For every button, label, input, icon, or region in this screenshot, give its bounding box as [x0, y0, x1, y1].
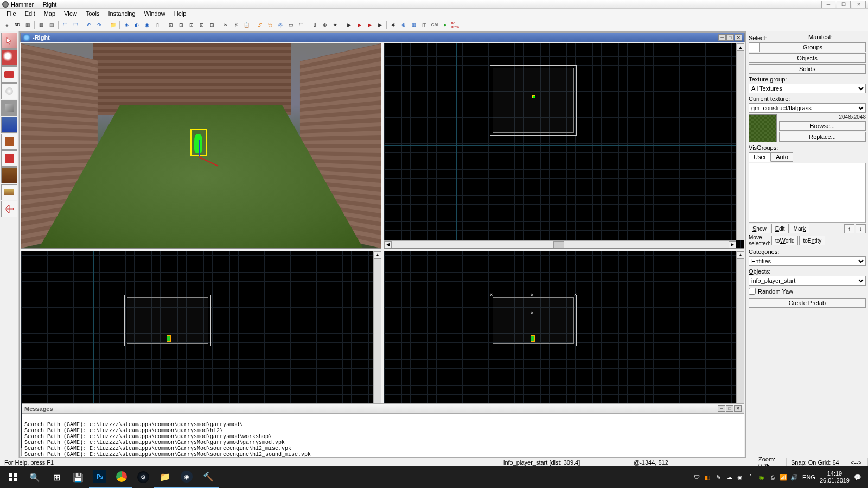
sphere-icon[interactable]: ⊕	[399, 20, 409, 30]
cordon-icon[interactable]: ⫻	[255, 20, 265, 30]
noclip2-icon[interactable]: ▶	[365, 20, 374, 30]
toggle-models-icon[interactable]: ▯	[152, 20, 162, 30]
taskbar-photoshop-icon[interactable]: Ps	[89, 466, 111, 488]
close-button[interactable]: ✕	[852, 1, 866, 8]
replace-button[interactable]: Replace...	[779, 132, 866, 142]
messages-close-icon[interactable]: ✕	[734, 405, 742, 412]
task-view-icon[interactable]: ⊞	[46, 466, 67, 488]
scrollbar-vertical[interactable]: ▲	[736, 43, 744, 240]
search-icon[interactable]: 🔍	[24, 466, 46, 488]
tray-steam-icon[interactable]: ◉	[736, 473, 744, 481]
apply-texture-tool-icon[interactable]	[1, 134, 17, 150]
scroll-up-icon[interactable]: ▲	[374, 251, 381, 259]
run-icon[interactable]: ✱	[388, 20, 398, 30]
decal-tool-icon[interactable]	[1, 150, 17, 167]
scroll-thumb[interactable]	[553, 241, 564, 248]
group-icon[interactable]: ⬚	[71, 20, 80, 30]
tray-clock[interactable]: 14:19 26.01.2019	[820, 470, 850, 484]
dotted3-icon[interactable]: ⊡	[187, 20, 196, 30]
viewport-close-icon[interactable]: ✕	[735, 34, 742, 41]
create-prefab-button[interactable]: Create Prefab	[749, 298, 866, 308]
relight-icon[interactable]: ◐	[132, 20, 142, 30]
select-blank[interactable]	[749, 42, 760, 52]
tray-nvidia-icon[interactable]: ◉	[758, 473, 765, 481]
viewport-top[interactable]: ▲ ◀ ▶	[384, 43, 744, 249]
categories-select[interactable]: Entities	[749, 256, 866, 266]
menu-map[interactable]: Map	[40, 9, 60, 18]
tray-network-icon[interactable]: ⎙	[769, 473, 776, 481]
tray-chevron-up-icon[interactable]: ˄	[747, 473, 755, 481]
tray-pen-icon[interactable]: ✎	[714, 473, 722, 481]
edit-button[interactable]: Edit	[771, 224, 789, 233]
taskbar-hammer-icon[interactable]: 🔨	[197, 466, 219, 488]
menu-edit[interactable]: Edit	[21, 9, 40, 18]
taskbar-chrome-icon[interactable]	[111, 466, 132, 488]
brush-fill[interactable]	[493, 68, 574, 133]
compile-icon[interactable]: ◉	[142, 20, 152, 30]
entity-marker[interactable]	[167, 335, 171, 342]
helper-icon[interactable]: ⊕	[320, 20, 330, 30]
start-button[interactable]	[2, 466, 24, 488]
move-up-button[interactable]: ↑	[844, 224, 854, 233]
particles-icon[interactable]: ●	[440, 20, 450, 30]
open-icon[interactable]: 📁	[108, 20, 118, 30]
taskbar-explorer-icon[interactable]: 📁	[154, 466, 176, 488]
portal-icon[interactable]: ◎	[276, 20, 285, 30]
nodraw-icon[interactable]: nodraw	[450, 20, 460, 30]
tray-cloud-icon[interactable]: ☁	[725, 473, 733, 481]
entity-tool-icon[interactable]	[1, 83, 17, 99]
texture-lock-icon[interactable]: 3D	[12, 20, 22, 30]
show-button[interactable]: Show	[749, 224, 770, 233]
menu-window[interactable]: Window	[140, 9, 170, 18]
messages-maximize-icon[interactable]: □	[726, 405, 733, 412]
maximize-button[interactable]: ☐	[837, 1, 851, 8]
current-texture-select[interactable]: gm_construct/flatgrass_	[749, 103, 866, 113]
selection-tool-icon[interactable]	[1, 33, 17, 49]
displacement-icon[interactable]: ▶	[344, 20, 354, 30]
scroll-up-icon[interactable]: ▲	[737, 251, 744, 259]
scroll-right-icon[interactable]: ▶	[729, 241, 736, 249]
viewport-maximize-icon[interactable]: □	[726, 34, 734, 41]
random-yaw-checkbox[interactable]	[749, 288, 756, 295]
messages-minimize-icon[interactable]: ─	[718, 405, 725, 412]
text-tool-icon[interactable]: tl	[310, 20, 320, 30]
solids-button[interactable]: Solids	[749, 64, 866, 74]
grid-bigger-icon[interactable]: ▦	[36, 20, 46, 30]
scrollbar-horizontal[interactable]: ◀ ▶	[384, 240, 736, 248]
nav-icon[interactable]: ▶	[375, 20, 385, 30]
sprinkle-icon[interactable]: ✷	[330, 20, 340, 30]
menu-help[interactable]: Help	[170, 9, 191, 18]
undo-icon[interactable]: ↶	[84, 20, 94, 30]
overlay-tool-icon[interactable]	[1, 167, 17, 183]
tray-shield-icon[interactable]: 🛡	[693, 473, 700, 481]
handle[interactable]: ×	[574, 292, 577, 297]
tray-language[interactable]: ENG	[802, 474, 815, 480]
dotted2-icon[interactable]: ⊡	[176, 20, 186, 30]
objects-button[interactable]: Objects	[749, 53, 866, 63]
clipping-tool-icon[interactable]	[1, 184, 17, 200]
dotted4-icon[interactable]: ⊡	[197, 20, 207, 30]
messages-body[interactable]: ----------------------------------------…	[22, 414, 744, 457]
menu-tools[interactable]: Tools	[81, 9, 104, 18]
select-dotted-icon[interactable]: ⬚	[296, 20, 306, 30]
vertex-tool-icon[interactable]	[1, 201, 17, 217]
visgroup-list[interactable]	[749, 163, 866, 223]
carve-icon[interactable]: ⬚	[60, 20, 70, 30]
tab-user[interactable]: User	[749, 152, 771, 162]
taskbar-floppy-icon[interactable]: 💾	[67, 466, 89, 488]
messages-header[interactable]: Messages ─ □ ✕	[22, 404, 744, 414]
radius-icon[interactable]: ½	[265, 20, 275, 30]
dotted5-icon[interactable]: ⊡	[207, 20, 217, 30]
texture-group-select[interactable]: All Textures	[749, 84, 866, 93]
copy-icon[interactable]: ⎘	[231, 20, 241, 30]
noclip-icon[interactable]: ▶	[354, 20, 364, 30]
menu-instancing[interactable]: Instancing	[104, 9, 139, 18]
dotted-icon[interactable]: ⊡	[166, 20, 176, 30]
menu-file[interactable]: File	[2, 9, 21, 18]
player-spawn-entity[interactable]	[190, 129, 207, 156]
menu-view[interactable]: View	[60, 9, 81, 18]
grid3-icon[interactable]: ▦	[409, 20, 419, 30]
texture-preview[interactable]	[749, 114, 777, 142]
entity-marker[interactable]	[531, 335, 535, 342]
block-tool-icon[interactable]	[1, 100, 17, 116]
